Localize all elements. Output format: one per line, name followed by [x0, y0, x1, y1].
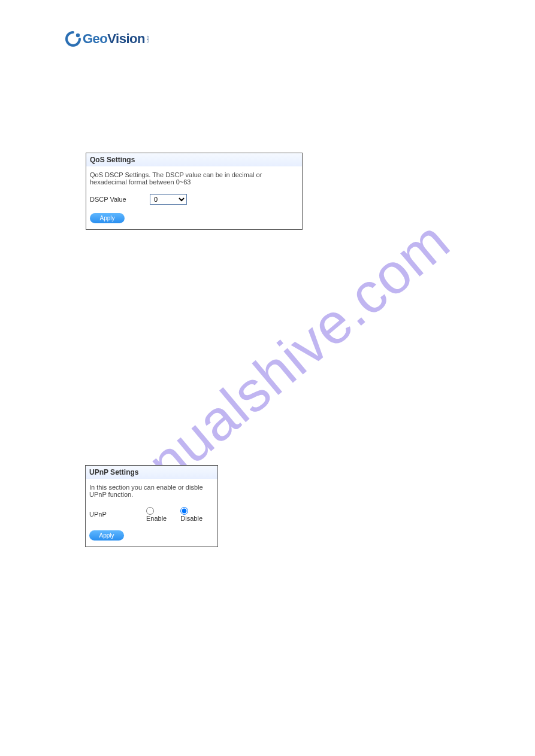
upnp-disable-option[interactable]: Disable — [180, 506, 211, 522]
dscp-value-label: DSCP Value — [90, 196, 150, 203]
upnp-label: UPnP — [89, 511, 146, 518]
document-page: GeoVision .com manualshive.com QoS Setti… — [0, 0, 535, 756]
logo-side-text: .com — [146, 35, 150, 42]
upnp-enable-radio[interactable] — [146, 507, 154, 515]
upnp-settings-panel: UPnP Settings In this section you can en… — [85, 465, 218, 547]
logo-text-vision: Vision — [107, 31, 145, 46]
upnp-apply-button[interactable]: Apply — [89, 530, 124, 541]
upnp-enable-label: Enable — [146, 515, 167, 522]
upnp-disable-radio[interactable] — [180, 507, 188, 515]
upnp-row: UPnP Enable Disable — [89, 506, 214, 522]
svg-point-0 — [76, 34, 80, 37]
dscp-value-select[interactable]: 0 — [150, 194, 187, 205]
upnp-panel-title: UPnP Settings — [86, 466, 217, 479]
qos-apply-button[interactable]: Apply — [90, 213, 125, 223]
qos-settings-panel: QoS Settings QoS DSCP Settings. The DSCP… — [86, 153, 303, 230]
brand-logo: GeoVision .com — [65, 29, 150, 48]
qos-panel-body: QoS DSCP Settings. The DSCP value can be… — [86, 166, 302, 229]
logo-text-geo: Geo — [83, 31, 107, 46]
qos-panel-title: QoS Settings — [86, 153, 302, 166]
upnp-disable-label: Disable — [180, 515, 202, 522]
logo-swirl-icon — [65, 31, 81, 47]
upnp-description: In this section you can enable or disble… — [89, 484, 214, 498]
upnp-enable-option[interactable]: Enable — [146, 506, 176, 522]
qos-description: QoS DSCP Settings. The DSCP value can be… — [90, 171, 298, 186]
dscp-value-row: DSCP Value 0 — [90, 194, 298, 205]
upnp-radio-group: Enable Disable — [146, 506, 214, 522]
upnp-panel-body: In this section you can enable or disble… — [86, 479, 217, 546]
logo-text: GeoVision — [83, 31, 145, 47]
